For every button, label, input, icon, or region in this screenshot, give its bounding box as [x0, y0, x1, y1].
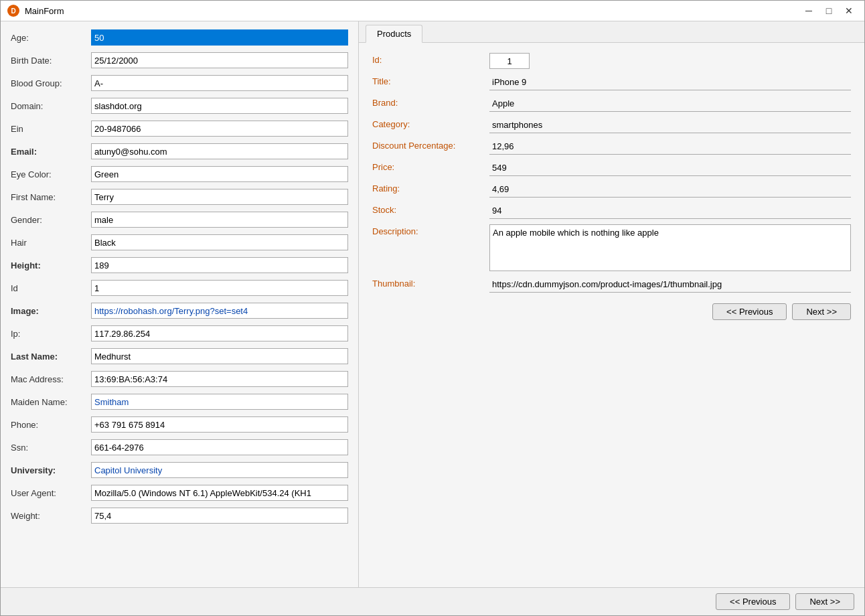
window-title: MainForm [25, 6, 800, 16]
field-row-21: Weight: [11, 506, 348, 525]
tab-bar: Products [359, 21, 864, 43]
product-brand-label: Brand: [372, 96, 489, 108]
product-category-row: Category: [372, 117, 851, 133]
field-label-20: User Agent: [11, 488, 91, 498]
field-input-11[interactable] [91, 280, 348, 296]
left-panel: Age:Birth Date:Blood Group:Domain:EinEma… [1, 21, 359, 587]
field-label-13: Ip: [11, 329, 91, 339]
product-previous-button[interactable]: << Previous [712, 303, 787, 320]
title-bar-controls: ─ □ ✕ [800, 5, 858, 17]
field-row-16: Maiden Name: [11, 392, 348, 411]
product-title-input[interactable] [489, 74, 851, 90]
product-brand-input[interactable] [489, 96, 851, 112]
field-label-0: Age: [11, 33, 91, 43]
field-row-4: Ein [11, 119, 348, 138]
field-input-21[interactable] [91, 508, 348, 524]
product-navigation: << Previous Next >> [372, 298, 851, 320]
field-label-17: Phone: [11, 420, 91, 430]
bottom-bar: << Previous Next >> [1, 587, 864, 615]
field-label-6: Eye Color: [11, 169, 91, 179]
product-next-button[interactable]: Next >> [792, 303, 851, 320]
product-title-label: Title: [372, 74, 489, 86]
field-label-7: First Name: [11, 192, 91, 202]
field-label-12: Image: [11, 306, 91, 316]
main-content: Age:Birth Date:Blood Group:Domain:EinEma… [1, 21, 864, 587]
previous-button[interactable]: << Previous [716, 593, 790, 610]
product-description-textarea[interactable] [489, 224, 851, 271]
field-input-19[interactable] [91, 462, 348, 478]
field-row-14: Last Name: [11, 347, 348, 366]
product-rating-label: Rating: [372, 181, 489, 194]
product-category-label: Category: [372, 117, 489, 129]
field-row-18: Ssn: [11, 438, 348, 457]
field-input-2[interactable] [91, 75, 348, 91]
field-input-9[interactable] [91, 234, 348, 250]
next-button[interactable]: Next >> [795, 593, 854, 610]
field-row-2: Blood Group: [11, 74, 348, 92]
field-row-1: Birth Date: [11, 51, 348, 70]
product-rating-input[interactable] [489, 181, 851, 198]
product-thumbnail-label: Thumbnail: [372, 277, 489, 289]
field-input-13[interactable] [91, 325, 348, 341]
field-input-17[interactable] [91, 416, 348, 433]
field-row-11: Id [11, 279, 348, 297]
product-description-label: Description: [372, 224, 489, 236]
field-row-13: Ip: [11, 324, 348, 343]
field-label-21: Weight: [11, 511, 91, 521]
field-row-19: University: [11, 461, 348, 479]
field-input-7[interactable] [91, 189, 348, 205]
field-input-18[interactable] [91, 439, 348, 455]
product-stock-label: Stock: [372, 203, 489, 215]
product-description-row: Description: [372, 224, 851, 271]
field-row-17: Phone: [11, 415, 348, 434]
field-input-6[interactable] [91, 166, 348, 182]
field-label-16: Maiden Name: [11, 397, 91, 407]
product-id-label: Id: [372, 53, 489, 65]
field-input-14[interactable] [91, 348, 348, 364]
fields-container: Age:Birth Date:Blood Group:Domain:EinEma… [11, 28, 348, 525]
product-discount-row: Discount Percentage: [372, 139, 851, 155]
maximize-button[interactable]: □ [820, 5, 838, 17]
field-input-10[interactable] [91, 257, 348, 273]
field-label-9: Hair [11, 238, 91, 248]
field-label-8: Gender: [11, 215, 91, 225]
product-brand-row: Brand: [372, 96, 851, 112]
product-id-row: Id: [372, 53, 851, 69]
product-price-row: Price: [372, 160, 851, 176]
field-input-3[interactable] [91, 98, 348, 114]
product-price-label: Price: [372, 160, 489, 172]
field-input-16[interactable] [91, 394, 348, 410]
product-stock-input[interactable] [489, 203, 851, 219]
field-label-4: Ein [11, 124, 91, 134]
field-label-15: Mac Address: [11, 374, 91, 384]
field-input-5[interactable] [91, 143, 348, 159]
field-row-10: Height: [11, 256, 348, 275]
product-price-input[interactable] [489, 160, 851, 176]
field-input-20[interactable] [91, 485, 348, 501]
product-discount-input[interactable] [489, 139, 851, 155]
field-row-12: Image: [11, 301, 348, 320]
close-button[interactable]: ✕ [840, 5, 858, 17]
product-stock-row: Stock: [372, 203, 851, 219]
field-input-12[interactable] [91, 303, 348, 319]
field-label-1: Birth Date: [11, 56, 91, 66]
field-input-15[interactable] [91, 371, 348, 387]
right-panel: Products Id: Title: Brand: Category: [359, 21, 864, 587]
field-label-14: Last Name: [11, 352, 91, 362]
field-row-6: Eye Color: [11, 165, 348, 183]
minimize-button[interactable]: ─ [800, 5, 817, 17]
field-input-4[interactable] [91, 121, 348, 137]
product-thumbnail-row: Thumbnail: [372, 277, 851, 293]
field-row-9: Hair [11, 233, 348, 252]
tab-products[interactable]: Products [366, 25, 422, 43]
field-row-5: Email: [11, 142, 348, 161]
product-id-input[interactable] [489, 53, 530, 69]
product-title-row: Title: [372, 74, 851, 90]
field-input-1[interactable] [91, 52, 348, 68]
product-category-input[interactable] [489, 117, 851, 133]
field-row-15: Mac Address: [11, 370, 348, 388]
product-discount-label: Discount Percentage: [372, 139, 489, 151]
product-thumbnail-input[interactable] [489, 277, 851, 293]
field-input-8[interactable] [91, 212, 348, 228]
field-input-0[interactable] [91, 29, 348, 46]
